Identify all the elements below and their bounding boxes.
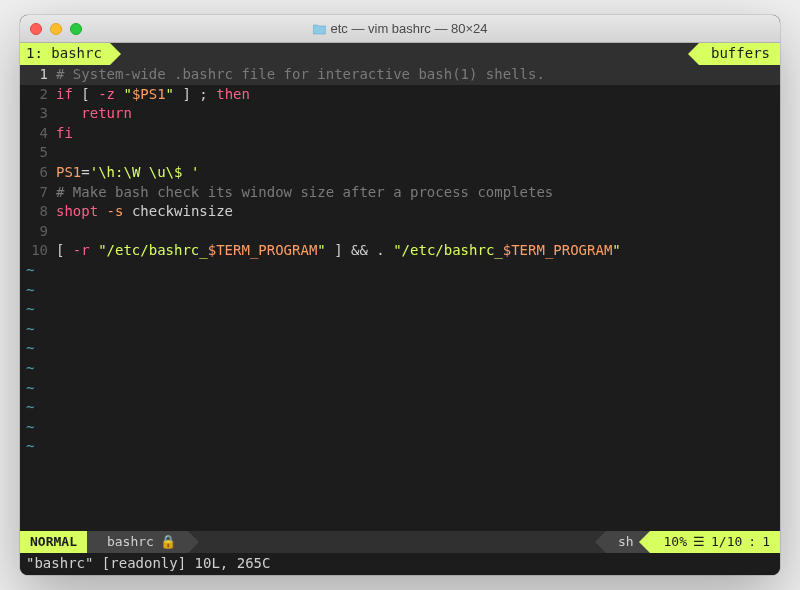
line-content: [ -r "/etc/bashrc_$TERM_PROGRAM" ] && . …: [56, 241, 780, 261]
cmdline: "bashrc" [readonly] 10L, 265C: [20, 553, 780, 575]
terminal-body[interactable]: 1: bashrc buffers 1# System-wide .bashrc…: [20, 43, 780, 575]
line-number: 9: [20, 222, 56, 242]
line-number: 2: [20, 85, 56, 105]
empty-line-tilde: ~: [20, 398, 780, 418]
code-line[interactable]: 5: [20, 143, 780, 163]
code-line[interactable]: 4fi: [20, 124, 780, 144]
line-content: fi: [56, 124, 780, 144]
line-number: 1: [20, 65, 56, 85]
line-number: 7: [20, 183, 56, 203]
line-content: # System-wide .bashrc file for interacti…: [56, 65, 780, 85]
tab-buffers[interactable]: buffers: [699, 43, 780, 65]
line-content: # Make bash check its window size after …: [56, 183, 780, 203]
line-content: shopt -s checkwinsize: [56, 202, 780, 222]
empty-line-tilde: ~: [20, 281, 780, 301]
line-number: 3: [20, 104, 56, 124]
code-line[interactable]: 7# Make bash check its window size after…: [20, 183, 780, 203]
folder-icon: [312, 23, 326, 35]
empty-line-tilde: ~: [20, 320, 780, 340]
lines-icon: ☰: [693, 533, 705, 551]
status-sep: :: [748, 533, 756, 551]
close-button[interactable]: [30, 23, 42, 35]
window-title: etc — vim bashrc — 80×24: [312, 21, 487, 36]
statusline: NORMAL bashrc 🔒 sh 10% ☰ 1/10 : 1: [20, 531, 780, 553]
code-line[interactable]: 9: [20, 222, 780, 242]
editor-area[interactable]: 1# System-wide .bashrc file for interact…: [20, 65, 780, 531]
empty-line-tilde: ~: [20, 300, 780, 320]
line-number: 6: [20, 163, 56, 183]
traffic-lights: [30, 23, 82, 35]
line-number: 10: [20, 241, 56, 261]
minimize-button[interactable]: [50, 23, 62, 35]
line-number: 5: [20, 143, 56, 163]
line-content: PS1='\h:\W \u\$ ': [56, 163, 780, 183]
line-content: [56, 143, 780, 163]
status-position: 10% ☰ 1/10 : 1: [650, 531, 780, 553]
titlebar: etc — vim bashrc — 80×24: [20, 15, 780, 43]
empty-line-tilde: ~: [20, 359, 780, 379]
empty-line-tilde: ~: [20, 339, 780, 359]
terminal-window: etc — vim bashrc — 80×24 1: bashrc buffe…: [20, 15, 780, 575]
code-line[interactable]: 1# System-wide .bashrc file for interact…: [20, 65, 780, 85]
empty-line-tilde: ~: [20, 379, 780, 399]
status-filename: bashrc 🔒: [87, 531, 188, 553]
lock-icon: 🔒: [160, 533, 176, 551]
window-title-text: etc — vim bashrc — 80×24: [330, 21, 487, 36]
line-number: 4: [20, 124, 56, 144]
line-content: [56, 222, 780, 242]
status-mode: NORMAL: [20, 531, 87, 553]
empty-line-tilde: ~: [20, 418, 780, 438]
status-col: 1: [762, 533, 770, 551]
status-filename-text: bashrc: [107, 533, 154, 551]
line-content: if [ -z "$PS1" ] ; then: [56, 85, 780, 105]
tabline: 1: bashrc buffers: [20, 43, 780, 65]
code-line[interactable]: 2if [ -z "$PS1" ] ; then: [20, 85, 780, 105]
code-line[interactable]: 6PS1='\h:\W \u\$ ': [20, 163, 780, 183]
code-line[interactable]: 10[ -r "/etc/bashrc_$TERM_PROGRAM" ] && …: [20, 241, 780, 261]
tab-current[interactable]: 1: bashrc: [20, 43, 110, 65]
code-line[interactable]: 3 return: [20, 104, 780, 124]
line-number: 8: [20, 202, 56, 222]
line-content: return: [56, 104, 780, 124]
empty-line-tilde: ~: [20, 261, 780, 281]
zoom-button[interactable]: [70, 23, 82, 35]
code-line[interactable]: 8shopt -s checkwinsize: [20, 202, 780, 222]
empty-line-tilde: ~: [20, 437, 780, 457]
status-percent: 10%: [664, 533, 687, 551]
status-lineinfo: 1/10: [711, 533, 742, 551]
